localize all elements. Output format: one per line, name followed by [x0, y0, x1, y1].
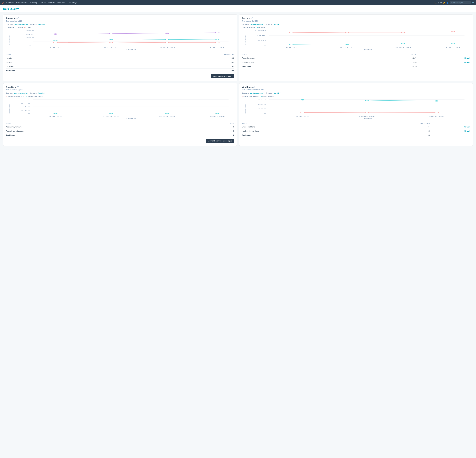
records-filter-row: Date range Last three months ▾ | Frequen… [242, 23, 470, 25]
nav-service[interactable]: Service ▾ [47, 1, 56, 4]
svg-point-86 [365, 112, 368, 113]
records-subtitle: Total records: 614,346 [242, 20, 470, 22]
records-info-icon[interactable]: i [251, 17, 253, 19]
records-date-range-button[interactable]: Last three months ▾ [250, 23, 264, 25]
frequency-button[interactable]: Monthly ▾ [38, 23, 45, 25]
properties-chart-svg: 600 400 200 0 Jul 31 Aug 31 Sep 30 Oct 3… [11, 29, 234, 51]
chevron-down-icon: ▾ [27, 2, 27, 3]
table-row: Needs review workflows 23 View all [242, 129, 470, 133]
chevron-down-icon: ▾ [54, 2, 55, 3]
datasync-frequency-button[interactable]: Monthly ▾ [38, 92, 45, 94]
apps-icon[interactable]: ⊞ [438, 2, 439, 4]
svg-point-44 [346, 44, 349, 44]
properties-subtitle: Total properties: 1,119 [6, 20, 234, 22]
table-row-total: Total issues 380 [242, 133, 470, 137]
settings-icon[interactable]: ⚙ [440, 2, 442, 4]
workflows-frequency-button[interactable]: Monthly ▾ [274, 92, 280, 94]
duplicates-dot [6, 27, 7, 28]
nav-conversations[interactable]: Conversations ▾ [15, 1, 28, 4]
nav-automation[interactable]: Automation ▾ [56, 1, 68, 4]
svg-point-16 [165, 33, 169, 34]
svg-text:Aug 31: Aug 31 [103, 47, 119, 48]
properties-card: Properties i Total properties: 1,119 Dat… [3, 14, 237, 81]
apps-column-header: APPS [191, 121, 234, 125]
svg-point-66 [54, 113, 57, 114]
svg-point-19 [110, 39, 113, 40]
unused-dot [24, 27, 26, 28]
svg-text:Aug 31: Aug 31 [339, 47, 355, 48]
datasync-filter-row: Date range Last three months ▾ | Frequen… [6, 92, 234, 94]
formatting-view-all-link[interactable]: View all [464, 57, 470, 59]
svg-text:Jul 31: Jul 31 [49, 115, 62, 117]
legend-unused-workflows: Unused workflows [261, 95, 274, 97]
svg-text:100: 100 [258, 108, 266, 110]
view-all-property-insights-button[interactable]: View all property insights [211, 74, 234, 78]
nav-reporting[interactable]: Reporting ▾ [68, 1, 78, 4]
svg-point-41 [401, 32, 405, 33]
svg-point-20 [165, 39, 169, 40]
unused-workflows-view-all-link[interactable]: View all [464, 126, 470, 128]
y-axis-label: Number of Issues [245, 104, 246, 114]
search-icon[interactable]: 🔍 [472, 2, 474, 4]
svg-text:600: 600 [26, 30, 34, 32]
legend-no-active-syncs: Apps with no active syncs [6, 95, 24, 97]
hubspot-logo[interactable]: ⬡ [2, 1, 4, 4]
records-frequency-button[interactable]: Monthly ▾ [274, 23, 280, 25]
datasync-date-range-button[interactable]: Last three months ▾ [14, 92, 28, 94]
notifications-icon[interactable]: 🔔 [443, 2, 445, 4]
svg-text:Oct 31: Oct 31 [210, 47, 225, 48]
datasync-chart-svg: 1 0.75 0.5 0.25 0 Jul 31 Aug 31 Sep 30 O… [11, 98, 234, 120]
properties-button-container: View all property insights [6, 73, 234, 78]
svg-point-17 [216, 32, 219, 33]
svg-point-45 [401, 43, 405, 44]
table-row: Unused workflows 357 View all [242, 125, 470, 129]
avatar[interactable]: 👤 [446, 2, 449, 4]
datasync-info-icon[interactable]: i [17, 86, 19, 88]
properties-info-icon[interactable]: i [17, 17, 19, 19]
svg-text:0: 0 [264, 113, 266, 114]
nav-marketing[interactable]: Marketing ▾ [29, 1, 39, 4]
legend-formatting: Formatting issues [242, 27, 255, 28]
svg-point-24 [165, 42, 169, 43]
formatting-dot [242, 27, 243, 28]
svg-text:Aug 31: Aug 31 [103, 115, 119, 117]
workflows-date-range-button[interactable]: Last three months ▾ [250, 92, 264, 94]
properties-column-header: PROPERTIES [114, 53, 234, 56]
nav-contacts[interactable]: Contacts ▾ [5, 1, 15, 4]
svg-text:Jul 31: Jul 31 [296, 115, 309, 117]
datasync-card: Data Sync i Total connected apps: 0 Date… [3, 83, 237, 146]
legend-duplicates: Duplicates [6, 27, 14, 28]
svg-point-85 [301, 112, 304, 113]
svg-point-84 [435, 101, 438, 101]
legend-duplicates-records: Duplicates [257, 27, 265, 28]
issue-column-header: ISSUE [6, 121, 191, 125]
phone-icon[interactable]: 📞 [434, 2, 437, 4]
y-axis-label: Number of Issues [9, 35, 10, 45]
properties-issues-table: ISSUE PROPERTIES No data 196 Unused 545 … [6, 53, 234, 73]
duplicates-view-all-link[interactable]: View all [464, 61, 470, 63]
svg-text:200: 200 [26, 37, 34, 39]
properties-title: Properties i [6, 17, 234, 20]
properties-chart-container: Number of Issues 600 400 200 0 Jul 31 [6, 29, 234, 51]
nav-right: 📞 ⊞ ⚙ 🔔 👤 🔍 [434, 1, 474, 4]
issue-column-header: ISSUE [242, 53, 356, 56]
svg-text:400: 400 [258, 99, 266, 100]
table-row: Duplicate issues 19,996 View all [242, 60, 470, 64]
chevron-down-icon: ▾ [38, 2, 38, 3]
main-content: Properties i Total properties: 1,119 Dat… [0, 12, 476, 148]
view-all-datasync-button[interactable]: View all Data Sync app insights [206, 139, 234, 143]
legend-unused: Unused [24, 27, 31, 28]
svg-text:Sep 30: Sep 30 [429, 115, 444, 117]
svg-text:150K: 150K [255, 30, 266, 32]
page-title[interactable]: Data Quality ▾ [3, 8, 473, 10]
svg-text:0: 0 [264, 44, 266, 46]
search-input[interactable] [450, 1, 471, 4]
workflows-column-header: WORKFLOWS [358, 121, 430, 125]
issue-column-header: ISSUE [6, 53, 114, 56]
nav-sales[interactable]: Sales ▾ [40, 1, 47, 4]
workflows-info-icon[interactable]: i [253, 86, 255, 88]
table-row-total: Total issues 152,740 [242, 64, 470, 69]
svg-text:0.5: 0.5 [23, 106, 30, 107]
date-range-button[interactable]: Last three months ▾ [14, 23, 28, 25]
needs-review-view-all-link[interactable]: View all [464, 130, 470, 132]
